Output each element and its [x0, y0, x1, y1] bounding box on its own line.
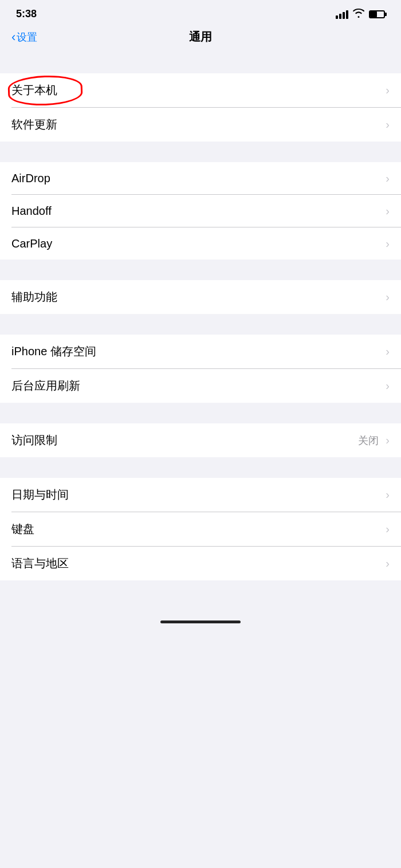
accessibility-label: 辅助功能 [11, 289, 57, 305]
section-divider-5 [0, 403, 401, 423]
chevron-right-icon: › [386, 205, 390, 218]
home-indicator [0, 615, 401, 627]
background-refresh-label: 后台应用刷新 [11, 378, 80, 394]
chevron-right-icon: › [386, 84, 390, 97]
about-label: 关于本机 [11, 83, 57, 98]
section-divider-4 [0, 314, 401, 335]
signal-bars-icon [336, 10, 348, 19]
back-button[interactable]: ‹ 设置 [11, 30, 37, 45]
settings-item-background-refresh[interactable]: 后台应用刷新 › [0, 369, 401, 403]
settings-item-keyboard[interactable]: 键盘 › [0, 512, 401, 546]
nav-bar: ‹ 设置 通用 [0, 25, 401, 53]
language-region-label: 语言与地区 [11, 556, 69, 571]
status-icons [336, 9, 385, 20]
settings-item-about[interactable]: 关于本机 › [0, 73, 401, 107]
section-divider-top [0, 53, 401, 73]
storage-label: iPhone 储存空间 [11, 344, 96, 359]
settings-item-handoff[interactable]: Handoff › [0, 195, 401, 227]
chevron-right-icon: › [386, 237, 390, 250]
battery-icon [369, 10, 385, 18]
software-update-label: 软件更新 [11, 117, 57, 132]
status-time: 5:38 [16, 8, 37, 20]
chevron-right-icon: › [386, 523, 390, 536]
section-divider-6 [0, 457, 401, 478]
chevron-right-icon: › [386, 434, 390, 447]
settings-group-4: iPhone 储存空间 › 后台应用刷新 › [0, 335, 401, 403]
settings-item-airdrop[interactable]: AirDrop › [0, 162, 401, 194]
restrictions-value: 关闭 [358, 434, 379, 447]
settings-item-datetime[interactable]: 日期与时间 › [0, 478, 401, 512]
settings-item-accessibility[interactable]: 辅助功能 › [0, 280, 401, 314]
page-title: 通用 [189, 29, 212, 45]
section-divider-3 [0, 260, 401, 280]
status-bar: 5:38 [0, 0, 401, 25]
wifi-icon [353, 9, 364, 20]
back-chevron-icon: ‹ [11, 30, 15, 45]
carplay-label: CarPlay [11, 237, 52, 250]
settings-item-carplay[interactable]: CarPlay › [0, 227, 401, 260]
settings-group-3: 辅助功能 › [0, 280, 401, 314]
chevron-right-icon: › [386, 557, 390, 570]
settings-item-language-region[interactable]: 语言与地区 › [0, 547, 401, 580]
keyboard-label: 键盘 [11, 521, 34, 537]
section-divider-2 [0, 142, 401, 162]
settings-item-restrictions[interactable]: 访问限制 关闭 › [0, 423, 401, 457]
datetime-label: 日期与时间 [11, 487, 69, 502]
home-bar [160, 620, 241, 623]
chevron-right-icon: › [386, 118, 390, 131]
chevron-right-icon: › [386, 488, 390, 501]
settings-item-storage[interactable]: iPhone 储存空间 › [0, 335, 401, 368]
settings-group-2: AirDrop › Handoff › CarPlay › [0, 162, 401, 260]
settings-group-6: 日期与时间 › 键盘 › 语言与地区 › [0, 478, 401, 580]
settings-group-1: 关于本机 › 软件更新 › [0, 73, 401, 142]
back-label: 设置 [17, 30, 37, 44]
settings-item-software-update[interactable]: 软件更新 › [0, 108, 401, 142]
settings-group-5: 访问限制 关闭 › [0, 423, 401, 457]
chevron-right-icon: › [386, 345, 390, 358]
chevron-right-icon: › [386, 172, 390, 185]
handoff-label: Handoff [11, 205, 52, 218]
chevron-right-icon: › [386, 379, 390, 392]
bottom-spacer [0, 580, 401, 615]
chevron-right-icon: › [386, 290, 390, 304]
restrictions-label: 访问限制 [11, 433, 57, 448]
airdrop-label: AirDrop [11, 172, 50, 185]
